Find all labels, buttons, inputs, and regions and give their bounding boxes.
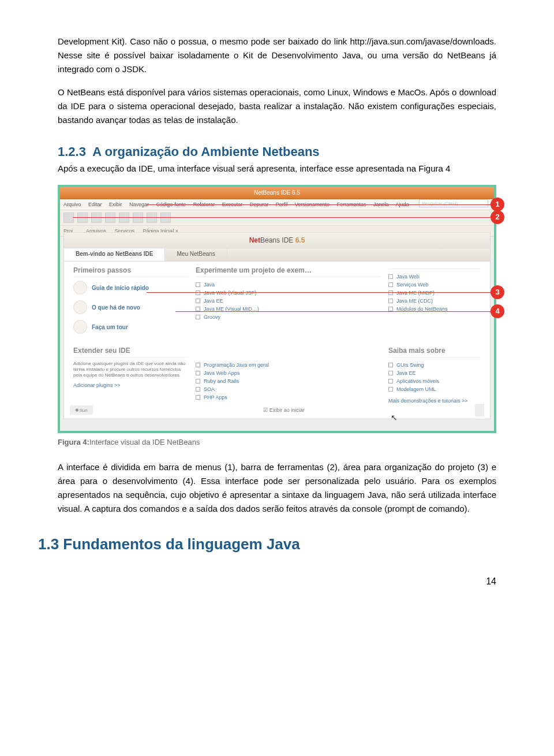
- chapter-heading: 1.3 Fundamentos da linguagem Java: [38, 535, 496, 553]
- callout-badge-3: 3: [491, 285, 504, 299]
- sample-link[interactable]: Java EE: [196, 297, 381, 305]
- toolbar-redo-icon[interactable]: [119, 213, 129, 223]
- section-title: A organização do Ambiente Netbeans: [92, 144, 319, 159]
- paragraph-1: Development Kit). Caso não o possua, o m…: [58, 35, 496, 76]
- learn-link[interactable]: Java Web Apps: [196, 369, 381, 377]
- callout-badge-2: 2: [491, 210, 504, 224]
- toolbar-build-icon[interactable]: [160, 213, 171, 223]
- learn-link[interactable]: SOA: [196, 385, 381, 393]
- first-steps-heading: Primeiros passos: [73, 266, 189, 277]
- figure-screenshot: 1 2 3 4 NetBeans IDE 6.5 Arquivo Editar …: [58, 185, 496, 433]
- learn-link[interactable]: GUIs Swing: [388, 361, 481, 369]
- java-logo-icon: [475, 404, 484, 416]
- welcome-tab-mynetbeans[interactable]: Meu NetBeans: [165, 248, 227, 261]
- sample-link[interactable]: Java ME (MIDP): [388, 289, 481, 297]
- learn-link[interactable]: PHP Apps: [196, 393, 381, 401]
- callout-line-3: [147, 292, 497, 293]
- link-whats-new[interactable]: O que há de novo: [73, 300, 189, 314]
- learn-link[interactable]: Programação Java em geral: [196, 361, 381, 369]
- try-project-heading-b: [388, 266, 481, 269]
- learn-link[interactable]: Java EE: [388, 369, 481, 377]
- welcome-tab-welcome[interactable]: Bem-vindo ao NetBeans IDE: [64, 248, 165, 261]
- link-take-tour[interactable]: Faça um tour: [73, 320, 189, 334]
- learn-more-heading: Saiba mais sobre: [388, 347, 481, 357]
- callout-badge-4: 4: [491, 304, 504, 318]
- toolbar-open-icon[interactable]: [77, 213, 88, 223]
- link-label: O que há de novo: [92, 304, 140, 311]
- play-icon: [73, 320, 87, 334]
- sample-link[interactable]: Java ME (CDC): [388, 297, 481, 305]
- toolbar-save-icon[interactable]: [91, 213, 102, 223]
- paragraph-4: A interface é dividida em barra de menus…: [58, 460, 496, 516]
- cursor-icon: ↖: [391, 413, 398, 422]
- netbeans-logo-header: NetBeans NetBeans IDEIDE 6.5: [64, 233, 490, 248]
- link-label: Faça um tour: [92, 324, 128, 330]
- extend-ide-heading: Extender seu IDE: [73, 347, 189, 357]
- extend-ide-desc: Adicione quaisquer plugins da IDE que vo…: [73, 361, 189, 378]
- more-demos-link[interactable]: Mais demonstrações e tutoriais >>: [388, 398, 468, 404]
- sample-link[interactable]: Groovy: [196, 313, 381, 321]
- toolbar-undo-icon[interactable]: [105, 213, 115, 223]
- window-titlebar: NetBeans IDE 6.5: [60, 187, 494, 199]
- learn-link[interactable]: Modelagem UML: [388, 385, 481, 393]
- paragraph-2: O NetBeans está disponível para vários s…: [58, 85, 496, 127]
- menu-item[interactable]: Editar: [88, 202, 102, 207]
- sample-link[interactable]: Java Web: [388, 273, 481, 281]
- callout-line-1: [147, 204, 497, 205]
- callout-line-2: [73, 217, 497, 218]
- toolbar-debug-icon[interactable]: [147, 213, 157, 223]
- section-heading: 1.2.3 A organização do Ambiente Netbeans: [58, 144, 496, 159]
- section-number: 1.2.3: [58, 144, 86, 159]
- doc-icon: [73, 281, 87, 295]
- menu-item[interactable]: Arquivo: [63, 202, 81, 207]
- sample-link[interactable]: Java Web (Visual JSF): [196, 289, 381, 297]
- quick-search-input[interactable]: Pesquisar (Ctrl+I): [419, 199, 488, 207]
- figure-caption: Figura 4:Interface visual da IDE NetBean…: [58, 438, 496, 446]
- callout-badge-1: 1: [491, 198, 504, 211]
- sample-link[interactable]: Serviços Web: [388, 281, 481, 289]
- sun-logo-icon: ✺Sun: [70, 405, 93, 415]
- show-on-startup-checkbox[interactable]: ☑ Exibir ao iniciar: [263, 407, 305, 413]
- callout-line-4: [175, 311, 497, 312]
- try-project-heading: Experimente um projeto de exem…: [196, 266, 381, 277]
- link-label: Guia de início rápido: [92, 285, 149, 291]
- start-page: NetBeans NetBeans IDEIDE 6.5 Bem-vindo a…: [63, 232, 491, 419]
- welcome-tabs: Bem-vindo ao NetBeans IDE Meu NetBeans: [64, 248, 490, 262]
- sample-link[interactable]: Java: [196, 281, 381, 289]
- learn-link[interactable]: Ruby and Rails: [196, 377, 381, 385]
- menu-item[interactable]: Exibir: [109, 202, 122, 207]
- toolbar-new-icon[interactable]: [63, 213, 74, 223]
- toolbar-run-icon[interactable]: [133, 213, 143, 223]
- learn-link[interactable]: Aplicativos móveis: [388, 377, 481, 385]
- toolbar: [60, 210, 494, 226]
- page-number: 14: [58, 576, 496, 587]
- paragraph-3: Após a execução da IDE, uma interface vi…: [58, 162, 496, 176]
- star-icon: [73, 300, 87, 314]
- add-plugins-link[interactable]: Adicionar plugins >>: [73, 382, 121, 389]
